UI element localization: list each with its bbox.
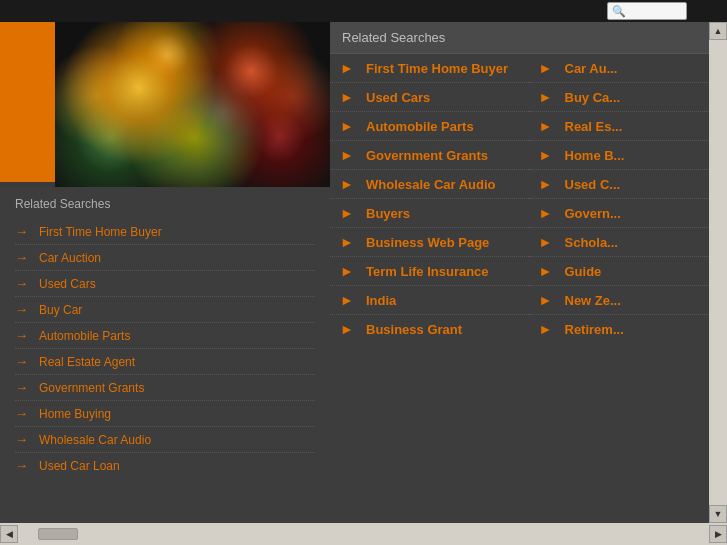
- arrow-icon: ►: [539, 89, 557, 105]
- list-item: ► Schola...: [529, 228, 728, 257]
- right-link-used-cars[interactable]: Used Cars: [366, 90, 430, 105]
- sidebar-list: → First Time Home Buyer → Car Auction → …: [15, 219, 315, 478]
- arrow-icon: ►: [340, 292, 358, 308]
- right-list-right: ► Car Au... ► Buy Ca... ► Real Es... ► H…: [529, 54, 728, 343]
- arrow-icon: →: [15, 328, 31, 343]
- arrow-icon: ►: [539, 118, 557, 134]
- sidebar-link-used-car-loan[interactable]: Used Car Loan: [39, 459, 120, 473]
- right-link-car-au[interactable]: Car Au...: [565, 61, 618, 76]
- arrow-icon: ►: [340, 321, 358, 337]
- sidebar-link-used-cars[interactable]: Used Cars: [39, 277, 96, 291]
- list-item: ► Government Grants: [330, 141, 529, 170]
- arrow-icon: ►: [340, 176, 358, 192]
- list-item: ► Automobile Parts: [330, 112, 529, 141]
- scroll-thumb[interactable]: [38, 528, 78, 540]
- list-item: ► Term Life Insurance: [330, 257, 529, 286]
- sidebar-link-first-time-home-buyer[interactable]: First Time Home Buyer: [39, 225, 162, 239]
- sidebar-link-government-grants[interactable]: Government Grants: [39, 381, 144, 395]
- list-item: ► Used Cars: [330, 83, 529, 112]
- right-link-wholesale-car-audio[interactable]: Wholesale Car Audio: [366, 177, 496, 192]
- sidebar-link-home-buying[interactable]: Home Buying: [39, 407, 111, 421]
- list-item: → Used Car Loan: [15, 453, 315, 478]
- horizontal-scrollbar[interactable]: ◀ ▶: [0, 523, 727, 545]
- list-item: → Government Grants: [15, 375, 315, 401]
- list-item: ► Buy Ca...: [529, 83, 728, 112]
- arrow-icon: →: [15, 302, 31, 317]
- list-item: → Automobile Parts: [15, 323, 315, 349]
- scroll-up-button[interactable]: ▲: [709, 22, 727, 40]
- main-area: Related Searches → First Time Home Buyer…: [0, 22, 727, 523]
- arrow-icon: ►: [340, 263, 358, 279]
- right-panel-content: ► First Time Home Buyer ► Used Cars ► Au…: [330, 54, 727, 343]
- right-panel: Related Searches ► First Time Home Buyer…: [330, 22, 727, 523]
- arrow-icon: ►: [539, 205, 557, 221]
- right-list-left: ► First Time Home Buyer ► Used Cars ► Au…: [330, 54, 529, 343]
- right-link-india[interactable]: India: [366, 293, 396, 308]
- list-item: ► First Time Home Buyer: [330, 54, 529, 83]
- scroll-track: [38, 526, 689, 542]
- list-item: ► Buyers: [330, 199, 529, 228]
- arrow-icon: ►: [539, 60, 557, 76]
- left-sidebar: Related Searches → First Time Home Buyer…: [0, 187, 330, 523]
- arrow-icon: ►: [340, 234, 358, 250]
- arrow-icon: ►: [539, 321, 557, 337]
- right-link-retirem[interactable]: Retirem...: [565, 322, 624, 337]
- arrow-icon: ►: [539, 263, 557, 279]
- arrow-icon: →: [15, 432, 31, 447]
- list-item: ► Govern...: [529, 199, 728, 228]
- list-item: → Car Auction: [15, 245, 315, 271]
- right-col-left: ► First Time Home Buyer ► Used Cars ► Au…: [330, 54, 529, 343]
- arrow-icon: →: [15, 224, 31, 239]
- list-item: → Home Buying: [15, 401, 315, 427]
- list-item: → Real Estate Agent: [15, 349, 315, 375]
- right-link-buyers[interactable]: Buyers: [366, 206, 410, 221]
- list-item: → Wholesale Car Audio: [15, 427, 315, 453]
- list-item: ► Real Es...: [529, 112, 728, 141]
- bokeh-image: [55, 22, 335, 187]
- orange-stripe: [0, 22, 55, 182]
- right-link-real-es[interactable]: Real Es...: [565, 119, 623, 134]
- scroll-left-button[interactable]: ◀: [0, 525, 18, 543]
- scroll-right-button[interactable]: ▶: [709, 525, 727, 543]
- right-link-automobile-parts[interactable]: Automobile Parts: [366, 119, 474, 134]
- vertical-scrollbar[interactable]: ▲ ▼: [709, 22, 727, 523]
- search-bar[interactable]: 🔍: [607, 2, 687, 20]
- arrow-icon: ►: [340, 60, 358, 76]
- arrow-icon: ►: [539, 176, 557, 192]
- list-item: ► Retirem...: [529, 315, 728, 343]
- arrow-icon: ►: [340, 89, 358, 105]
- right-link-business-grant[interactable]: Business Grant: [366, 322, 462, 337]
- arrow-icon: ►: [539, 292, 557, 308]
- right-link-government-grants[interactable]: Government Grants: [366, 148, 488, 163]
- right-col-right: ► Car Au... ► Buy Ca... ► Real Es... ► H…: [529, 54, 728, 343]
- right-link-buy-ca[interactable]: Buy Ca...: [565, 90, 621, 105]
- arrow-icon: ►: [539, 147, 557, 163]
- right-panel-header: Related Searches: [330, 22, 727, 54]
- right-link-schola[interactable]: Schola...: [565, 235, 618, 250]
- top-bar: 🔍: [0, 0, 727, 22]
- right-link-first-time-home-buyer[interactable]: First Time Home Buyer: [366, 61, 508, 76]
- sidebar-link-buy-car[interactable]: Buy Car: [39, 303, 82, 317]
- right-link-business-web-page[interactable]: Business Web Page: [366, 235, 489, 250]
- sidebar-link-wholesale-car-audio[interactable]: Wholesale Car Audio: [39, 433, 151, 447]
- list-item: ► Guide: [529, 257, 728, 286]
- right-link-home-b[interactable]: Home B...: [565, 148, 625, 163]
- sidebar-link-real-estate-agent[interactable]: Real Estate Agent: [39, 355, 135, 369]
- list-item: ► Business Grant: [330, 315, 529, 343]
- list-item: ► Home B...: [529, 141, 728, 170]
- arrow-icon: ►: [340, 147, 358, 163]
- arrow-icon: →: [15, 276, 31, 291]
- right-link-new-ze[interactable]: New Ze...: [565, 293, 621, 308]
- sidebar-link-car-auction[interactable]: Car Auction: [39, 251, 101, 265]
- list-item: → Buy Car: [15, 297, 315, 323]
- list-item: → First Time Home Buyer: [15, 219, 315, 245]
- right-link-term-life-insurance[interactable]: Term Life Insurance: [366, 264, 489, 279]
- list-item: ► Business Web Page: [330, 228, 529, 257]
- sidebar-link-automobile-parts[interactable]: Automobile Parts: [39, 329, 130, 343]
- scroll-down-button[interactable]: ▼: [709, 505, 727, 523]
- list-item: ► Car Au...: [529, 54, 728, 83]
- list-item: ► New Ze...: [529, 286, 728, 315]
- right-link-govern[interactable]: Govern...: [565, 206, 621, 221]
- right-link-used-c[interactable]: Used C...: [565, 177, 621, 192]
- right-link-guide[interactable]: Guide: [565, 264, 602, 279]
